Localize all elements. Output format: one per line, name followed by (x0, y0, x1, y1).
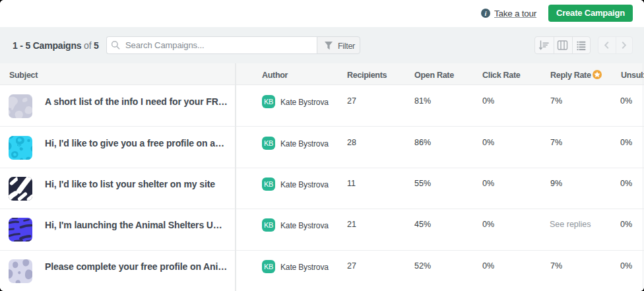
svg-text:i: i (484, 10, 486, 17)
